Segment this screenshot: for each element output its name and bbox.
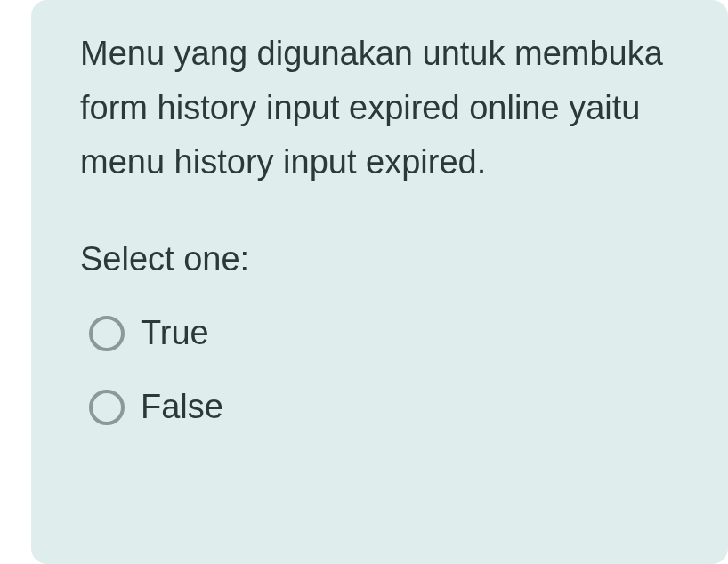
- question-card: Menu yang digunakan untuk membuka form h…: [31, 0, 728, 564]
- option-true[interactable]: True: [89, 314, 679, 352]
- option-label: True: [141, 314, 209, 352]
- radio-icon: [89, 390, 125, 425]
- option-false[interactable]: False: [89, 388, 679, 426]
- select-prompt: Select one:: [80, 240, 679, 278]
- radio-icon: [89, 316, 125, 351]
- question-text: Menu yang digunakan untuk membuka form h…: [80, 27, 679, 189]
- option-label: False: [141, 388, 223, 426]
- options-group: True False: [80, 314, 679, 426]
